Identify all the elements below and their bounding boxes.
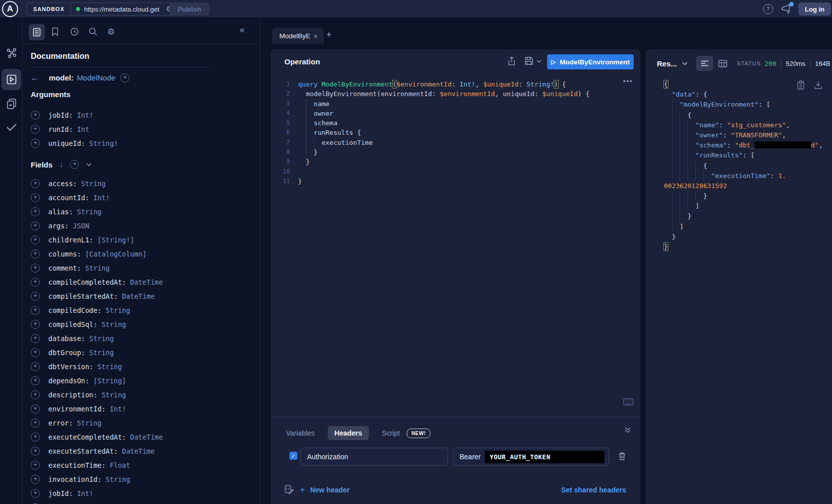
- field-name[interactable]: jobId:: [48, 489, 77, 497]
- tab-variables[interactable]: Variables: [286, 429, 315, 437]
- header-name-input[interactable]: [300, 448, 448, 466]
- login-button[interactable]: Log in: [798, 3, 831, 16]
- field-name[interactable]: columns:: [48, 250, 85, 258]
- field-type[interactable]: DateTime: [122, 292, 155, 300]
- field-type[interactable]: String: [89, 334, 114, 343]
- collapse-docs-panel-icon[interactable]: «: [240, 25, 245, 35]
- header-value-input[interactable]: Bearer YOUR_AUTH_TOKEN: [453, 448, 609, 466]
- add-field-to-query-icon[interactable]: +: [31, 249, 40, 259]
- code-line[interactable]: 8 }: [276, 147, 628, 157]
- field-type[interactable]: String: [81, 180, 106, 188]
- field-name[interactable]: uniqueId:: [48, 139, 89, 147]
- field-type[interactable]: String: [106, 475, 130, 483]
- explorer-settings-gear-icon[interactable]: ⚙: [107, 27, 115, 37]
- add-field-to-query-icon[interactable]: +: [31, 348, 40, 357]
- code-line[interactable]: "data": {: [664, 90, 830, 100]
- response-json-viewer[interactable]: { "data": { "modelByEnvironment": [ { "n…: [664, 79, 830, 252]
- field-name[interactable]: access:: [48, 180, 81, 188]
- field-type[interactable]: [CatalogColumn]: [85, 250, 146, 258]
- code-line[interactable]: "owner": "TRANSFORMER",: [664, 130, 830, 140]
- header-enabled-checkbox[interactable]: ✓: [289, 452, 297, 460]
- code-line[interactable]: 9 }: [276, 157, 628, 166]
- add-field-to-query-icon[interactable]: +: [31, 376, 40, 385]
- add-field-to-query-icon[interactable]: +: [31, 179, 40, 188]
- code-line[interactable]: 2 modelByEnvironment(environmentId: $env…: [276, 89, 628, 99]
- add-field-to-query-icon[interactable]: +: [31, 461, 40, 470]
- response-dropdown-label[interactable]: Res...: [657, 59, 677, 68]
- field-type[interactable]: String: [102, 320, 126, 328]
- set-shared-headers-link[interactable]: Set shared headers: [561, 486, 626, 494]
- field-name[interactable]: executeCompletedAt:: [48, 433, 130, 441]
- checks-nav-icon[interactable]: [0, 122, 23, 132]
- add-field-to-query-icon[interactable]: +: [31, 447, 40, 456]
- add-model-to-query-icon[interactable]: +: [120, 73, 129, 82]
- run-operation-button[interactable]: ▷ ModelByEnvironment: [547, 54, 634, 69]
- field-type[interactable]: String: [85, 264, 110, 272]
- collapse-bottom-panel-icon[interactable]: [624, 427, 631, 434]
- keyboard-shortcuts-icon[interactable]: [623, 398, 634, 405]
- field-type[interactable]: String: [77, 208, 102, 216]
- explorer-nav-icon-active[interactable]: [2, 69, 21, 90]
- field-type[interactable]: Float: [110, 461, 130, 469]
- field-name[interactable]: accountId:: [48, 194, 93, 202]
- share-operation-icon[interactable]: [507, 56, 516, 66]
- sort-fields-icon[interactable]: ↓: [59, 160, 63, 169]
- add-field-to-query-icon[interactable]: +: [31, 221, 40, 230]
- code-line[interactable]: {: [664, 79, 830, 90]
- code-line[interactable]: }: [664, 242, 830, 252]
- code-line[interactable]: 6 runResults {: [276, 128, 628, 137]
- field-name[interactable]: compiledSql:: [48, 320, 102, 328]
- environment-variables-icon[interactable]: [284, 485, 294, 494]
- response-view-raw-toggle-active[interactable]: [696, 56, 713, 71]
- field-name[interactable]: jobId:: [48, 111, 77, 119]
- field-name[interactable]: executeStartedAt:: [48, 447, 122, 455]
- code-line[interactable]: {: [664, 110, 830, 120]
- code-line[interactable]: }: [664, 232, 830, 242]
- code-line[interactable]: }: [664, 211, 830, 221]
- schema-nav-icon[interactable]: [0, 48, 23, 59]
- field-name[interactable]: compileStartedAt:: [48, 292, 122, 300]
- code-line[interactable]: 11}: [276, 177, 628, 186]
- field-type[interactable]: String: [98, 363, 122, 371]
- field-type[interactable]: [String]: [93, 377, 126, 385]
- field-type[interactable]: [String!]: [98, 236, 134, 244]
- add-field-to-query-icon[interactable]: +: [31, 207, 40, 216]
- field-type[interactable]: DateTime: [130, 433, 163, 441]
- add-field-to-query-icon[interactable]: +: [31, 390, 40, 399]
- field-type[interactable]: String: [89, 349, 114, 357]
- documentation-tab-icon[interactable]: [29, 24, 45, 40]
- endpoint-url-input[interactable]: https://metadata.cloud.get ⚙: [71, 3, 177, 15]
- code-line[interactable]: "modelByEnvironment": [: [664, 100, 830, 110]
- field-name[interactable]: compiledCode:: [48, 306, 106, 314]
- code-line[interactable]: 3 name: [276, 99, 628, 109]
- add-field-to-query-icon[interactable]: +: [31, 264, 40, 273]
- field-name[interactable]: comment:: [48, 264, 85, 272]
- add-field-to-query-icon[interactable]: +: [31, 125, 40, 134]
- field-name[interactable]: compileCompletedAt:: [48, 278, 130, 286]
- add-field-to-query-icon[interactable]: +: [31, 139, 40, 148]
- tab-script[interactable]: Script: [382, 429, 400, 437]
- add-field-to-query-icon[interactable]: +: [31, 475, 40, 484]
- code-line[interactable]: "name": "stg_customers",: [664, 120, 830, 130]
- response-dropdown-chevron-icon[interactable]: [682, 62, 688, 65]
- code-line[interactable]: "runResults": [: [664, 150, 830, 160]
- breadcrumb-type-link[interactable]: ModelNode: [77, 73, 116, 82]
- add-field-to-query-icon[interactable]: +: [31, 433, 40, 442]
- field-name[interactable]: dependsOn:: [48, 377, 93, 385]
- field-name[interactable]: dbtVersion:: [48, 363, 98, 371]
- search-tab-icon[interactable]: [89, 27, 98, 36]
- add-field-to-query-icon[interactable]: +: [31, 235, 40, 244]
- code-line[interactable]: "executionTime": 1.: [664, 171, 830, 181]
- field-type[interactable]: DateTime: [122, 447, 155, 455]
- graphql-editor[interactable]: 1query ModelByEnvironment($environmentId…: [276, 79, 628, 186]
- field-name[interactable]: executionTime:: [48, 461, 110, 469]
- add-field-to-query-icon[interactable]: +: [31, 362, 40, 371]
- field-name[interactable]: invocationId:: [48, 475, 106, 483]
- add-field-to-query-icon[interactable]: +: [31, 306, 40, 315]
- field-name[interactable]: error:: [48, 419, 77, 427]
- new-header-button[interactable]: + New header: [300, 485, 350, 495]
- endpoint-url-text[interactable]: https://metadata.cloud.get: [84, 6, 162, 13]
- add-field-to-query-icon[interactable]: +: [31, 334, 40, 343]
- save-options-chevron-icon[interactable]: [537, 60, 542, 63]
- field-name[interactable]: dbtGroup:: [48, 349, 89, 357]
